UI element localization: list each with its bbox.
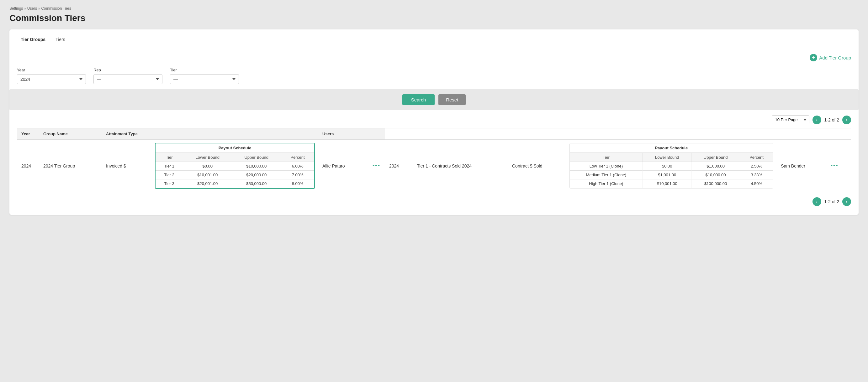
cell-year: 2024 bbox=[17, 140, 39, 192]
th-payout bbox=[152, 128, 318, 140]
payout-cell-3: 7.00% bbox=[281, 171, 314, 179]
payout-cell-3: 3.33% bbox=[740, 171, 773, 179]
prev-page-button-bottom[interactable]: ‹ bbox=[812, 197, 821, 206]
payout-schedule-header: Payout Schedule bbox=[156, 143, 314, 153]
cell-users: Allie Pataro bbox=[318, 140, 368, 192]
tab-bar: Tier Groups Tiers bbox=[9, 29, 859, 46]
payout-th-percent: Percent bbox=[281, 153, 314, 162]
cell-actions: ••• bbox=[826, 140, 851, 192]
actions-menu-button[interactable]: ••• bbox=[373, 163, 380, 169]
payout-cell-3: 2.50% bbox=[740, 162, 773, 171]
breadcrumb-sep2: » bbox=[38, 6, 41, 11]
tab-tier-groups[interactable]: Tier Groups bbox=[16, 34, 51, 46]
th-users: Users bbox=[318, 128, 368, 140]
main-card: Tier Groups Tiers + Add Tier Group Year … bbox=[9, 29, 859, 215]
payout-cell-0: High Tier 1 (Clone) bbox=[570, 179, 643, 188]
next-page-button[interactable]: › bbox=[842, 115, 851, 124]
page-title: Commission Tiers bbox=[9, 13, 859, 23]
payout-cell-3: 8.00% bbox=[281, 179, 314, 188]
reset-button[interactable]: Reset bbox=[438, 94, 466, 105]
breadcrumb-sep1: » bbox=[24, 6, 27, 11]
breadcrumb: Settings » Users » Commission Tiers bbox=[9, 6, 859, 11]
prev-page-button[interactable]: ‹ bbox=[812, 115, 821, 124]
payout-cell-2: $50,000.00 bbox=[232, 179, 281, 188]
payout-tier-row: Tier 1$0.00$10,000.006.00% bbox=[156, 162, 314, 171]
year-label: Year bbox=[17, 68, 86, 72]
tier-select[interactable]: — bbox=[170, 74, 239, 84]
th-year: Year bbox=[17, 128, 39, 140]
payout-cell-0: Tier 3 bbox=[156, 179, 183, 188]
payout-cell-3: 4.50% bbox=[740, 179, 773, 188]
payout-cell-2: $100,000.00 bbox=[691, 179, 740, 188]
rep-select[interactable]: — bbox=[93, 74, 162, 84]
payout-th-percent: Percent bbox=[740, 153, 773, 162]
payout-cell-1: $10,001.00 bbox=[643, 179, 691, 188]
toolbar-row: + Add Tier Group bbox=[17, 53, 851, 63]
search-bar: Search Reset bbox=[9, 89, 859, 110]
payout-cell-2: $20,000.00 bbox=[232, 171, 281, 179]
payout-cell-3: 6.00% bbox=[281, 162, 314, 171]
payout-cell-1: $20,001.00 bbox=[183, 179, 232, 188]
page-info-top: 1-2 of 2 bbox=[825, 117, 839, 123]
payout-cell-1: $10,001.00 bbox=[183, 171, 232, 179]
payout-cell-0: Tier 2 bbox=[156, 171, 183, 179]
filters-section: Year 2024 2023 2022 Rep — Tier bbox=[17, 68, 851, 84]
page-wrapper: Settings » Users » Commission Tiers Comm… bbox=[0, 0, 868, 382]
tier-label: Tier bbox=[170, 68, 239, 72]
payout-tier-row: Medium Tier 1 (Clone)$1,001.00$10,000.00… bbox=[570, 171, 773, 179]
th-actions bbox=[368, 128, 385, 140]
cell-payout-schedule: Payout ScheduleTierLower BoundUpper Boun… bbox=[566, 140, 777, 192]
th-attainment: Attainment Type bbox=[102, 128, 152, 140]
per-page-select[interactable]: 10 Per Page 25 Per Page 50 Per Page bbox=[772, 115, 809, 124]
payout-cell-0: Medium Tier 1 (Clone) bbox=[570, 171, 643, 179]
payout-tier-row: High Tier 1 (Clone)$10,001.00$100,000.00… bbox=[570, 179, 773, 188]
breadcrumb-users: Users bbox=[27, 6, 37, 11]
rep-filter-group: Rep — bbox=[93, 68, 162, 84]
payout-schedule-header: Payout Schedule bbox=[570, 143, 773, 153]
page-info-bottom: 1-2 of 2 bbox=[825, 199, 839, 204]
add-tier-group-button[interactable]: + Add Tier Group bbox=[810, 53, 851, 63]
payout-cell-0: Tier 1 bbox=[156, 162, 183, 171]
payout-cell-2: $1,000.00 bbox=[691, 162, 740, 171]
cell-group-name: Tier 1 - Contracts Sold 2024 bbox=[413, 140, 508, 192]
cell-attainment-type: Contract $ Sold bbox=[508, 140, 566, 192]
payout-tier-row: Tier 2$10,001.00$20,000.007.00% bbox=[156, 171, 314, 179]
payout-th-upper_bound: Upper Bound bbox=[232, 153, 281, 162]
payout-th-tier_col: Tier bbox=[156, 153, 183, 162]
cell-group-name: 2024 Tier Group bbox=[39, 140, 102, 192]
main-table: Year Group Name Attainment Type Users 20… bbox=[17, 128, 851, 192]
breadcrumb-current: Commission Tiers bbox=[41, 6, 71, 11]
pagination-top: 10 Per Page 25 Per Page 50 Per Page ‹ 1-… bbox=[17, 115, 851, 124]
cell-year: 2024 bbox=[385, 140, 413, 192]
tier-filter-group: Tier — bbox=[170, 68, 239, 84]
breadcrumb-settings: Settings bbox=[9, 6, 23, 11]
add-tier-group-label: Add Tier Group bbox=[819, 55, 851, 61]
payout-th-lower_bound: Lower Bound bbox=[183, 153, 232, 162]
next-page-button-bottom[interactable]: › bbox=[842, 197, 851, 206]
pagination-bottom: ‹ 1-2 of 2 › bbox=[17, 197, 851, 209]
th-group-name: Group Name bbox=[39, 128, 102, 140]
tab-tiers[interactable]: Tiers bbox=[51, 34, 70, 46]
table-header-row: Year Group Name Attainment Type Users bbox=[17, 128, 851, 140]
search-button[interactable]: Search bbox=[402, 94, 435, 105]
payout-th-upper_bound: Upper Bound bbox=[691, 153, 740, 162]
payout-cell-1: $1,001.00 bbox=[643, 171, 691, 179]
payout-cell-0: Low Tier 1 (Clone) bbox=[570, 162, 643, 171]
rep-label: Rep bbox=[93, 68, 162, 72]
plus-circle-icon: + bbox=[810, 54, 817, 61]
cell-actions: ••• bbox=[368, 140, 385, 192]
payout-cell-1: $0.00 bbox=[643, 162, 691, 171]
actions-menu-button[interactable]: ••• bbox=[831, 163, 839, 169]
payout-th-lower_bound: Lower Bound bbox=[643, 153, 691, 162]
payout-th-tier_col: Tier bbox=[570, 153, 643, 162]
payout-cell-1: $0.00 bbox=[183, 162, 232, 171]
payout-tier-row: Tier 3$20,001.00$50,000.008.00% bbox=[156, 179, 314, 188]
cell-attainment-type: Invoiced $ bbox=[102, 140, 152, 192]
year-select[interactable]: 2024 2023 2022 bbox=[17, 74, 86, 84]
payout-cell-2: $10,000.00 bbox=[691, 171, 740, 179]
payout-cell-2: $10,000.00 bbox=[232, 162, 281, 171]
year-filter-group: Year 2024 2023 2022 bbox=[17, 68, 86, 84]
payout-tier-row: Low Tier 1 (Clone)$0.00$1,000.002.50% bbox=[570, 162, 773, 171]
card-body: + Add Tier Group Year 2024 2023 2022 Rep bbox=[9, 46, 859, 215]
cell-payout-schedule: Payout ScheduleTierLower BoundUpper Boun… bbox=[152, 140, 318, 192]
